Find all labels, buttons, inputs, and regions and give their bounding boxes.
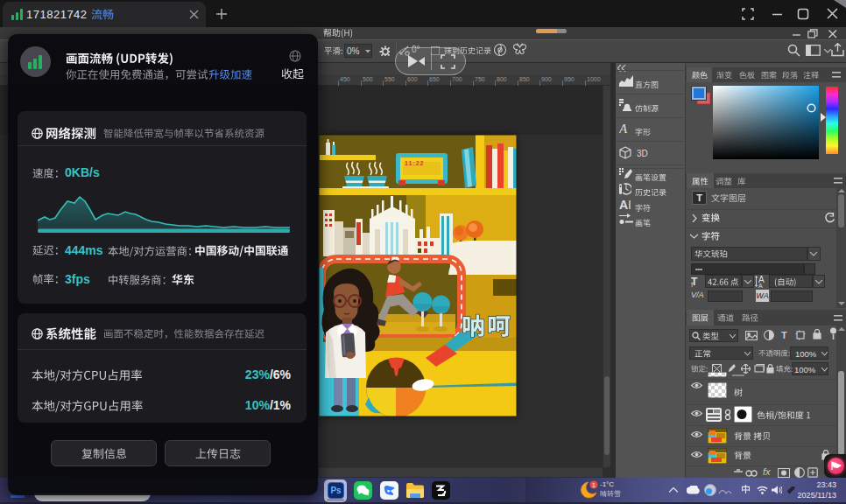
svg-text:1: 1 xyxy=(592,482,596,488)
svg-text:A: A xyxy=(619,199,628,211)
svg-text:A: A xyxy=(619,122,628,135)
svg-text:A: A xyxy=(758,283,763,288)
